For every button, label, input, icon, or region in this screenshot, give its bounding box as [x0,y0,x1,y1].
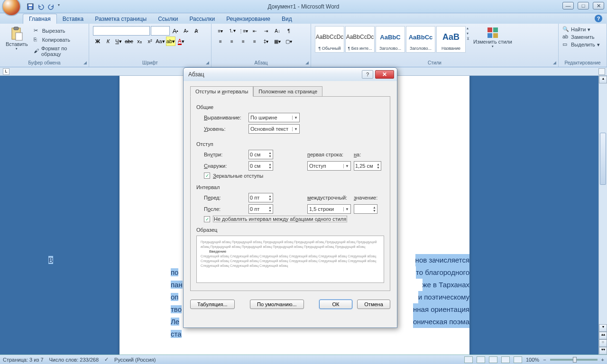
redo-icon[interactable] [47,3,55,10]
font-color-icon[interactable]: A▾ [176,36,186,46]
dialog-tab-indents[interactable]: Отступы и интервалы [190,86,253,97]
style-no-spacing[interactable]: AaBbCcDc¶ Без инте... [345,26,375,53]
italic-icon[interactable]: К [103,36,113,46]
save-icon[interactable] [27,3,34,10]
styles-expand-icon[interactable]: ⊻ [467,36,469,41]
maximize-button[interactable]: □ [578,2,589,9]
zoom-out-icon[interactable]: − [543,357,546,363]
zoom-label[interactable]: 100% [526,357,539,363]
clear-format-icon[interactable]: A̷ [192,26,201,36]
inside-indent-input[interactable]: 0 см▲▼ [248,150,273,159]
spinner-up-icon[interactable]: ▲ [268,163,272,166]
browse-object-icon[interactable]: ○ [599,339,607,347]
status-language[interactable]: Русский (Россия) [114,357,156,363]
dialog-title-bar[interactable]: Абзац ? ✕ [184,68,397,81]
font-launcher-icon[interactable]: ◢ [204,60,210,66]
styles-scroll-down-icon[interactable]: ▾ [467,31,469,36]
tabs-button[interactable]: Табуляция... [190,300,235,309]
before-spacing-input[interactable]: 0 пт▲▼ [248,193,273,202]
shrink-font-icon[interactable]: A▾ [181,26,191,36]
tab-view[interactable]: Вид [276,14,298,24]
align-left-icon[interactable]: ≡ [215,36,226,46]
zoom-handle[interactable] [573,357,577,363]
paragraph-launcher-icon[interactable]: ◢ [304,60,310,66]
numbering-icon[interactable]: ⒈▾ [227,26,237,36]
strike-icon[interactable]: abc [124,36,134,46]
dialog-close-button[interactable]: ✕ [375,70,394,79]
spinner-down-icon[interactable]: ▼ [268,209,272,212]
spinner-down-icon[interactable]: ▼ [268,198,272,201]
outline-view-icon[interactable] [501,356,510,363]
no-space-checkbox[interactable] [204,216,210,222]
spinner-up-icon[interactable]: ▲ [377,163,380,166]
format-painter-button[interactable]: 🖌Формат по образцу [33,45,84,57]
align-right-icon[interactable]: ≡ [238,36,248,46]
ruler-toggle-icon[interactable] [598,68,605,75]
highlight-icon[interactable]: ab▾ [166,36,175,46]
styles-scroll-up-icon[interactable]: ▴ [467,26,469,30]
change-case-icon[interactable]: Aa▾ [156,36,165,46]
underline-icon[interactable]: Ч▾ [114,36,123,46]
spinner-down-icon[interactable]: ▼ [268,166,272,169]
default-button[interactable]: По умолчанию... [250,300,304,309]
prev-page-icon[interactable]: ▴▴ [599,332,607,339]
spinner-down-icon[interactable]: ▼ [377,166,380,169]
close-button[interactable]: ✕ [593,2,604,9]
change-styles-button[interactable]: Изменить стили ▾ [470,25,515,59]
status-page[interactable]: Страница: 3 из 7 [3,357,44,363]
spinner-down-icon[interactable]: ▼ [268,155,272,158]
spinner-up-icon[interactable]: ▲ [268,151,272,155]
sort-icon[interactable]: A↓ [272,26,283,36]
print-layout-view-icon[interactable] [464,356,473,363]
zoom-in-icon[interactable]: + [601,357,604,363]
shading-icon[interactable]: ▦▾ [272,36,283,46]
indent-icon[interactable]: ⇥ [261,26,271,36]
style-title[interactable]: AaBНазвание [436,26,466,53]
bullets-icon[interactable]: ≡▾ [215,26,226,36]
tab-references[interactable]: Ссылки [152,14,184,24]
bold-icon[interactable]: Ж [93,36,102,46]
scroll-down-icon[interactable]: ▾ [599,324,607,332]
justify-icon[interactable]: ≡ [249,36,260,46]
draft-view-icon[interactable] [514,356,522,363]
next-page-icon[interactable]: ▾▾ [599,347,607,355]
dialog-help-button[interactable]: ? [362,70,373,79]
superscript-icon[interactable]: x² [145,36,155,46]
firstline-select[interactable]: Отступ▼ [307,161,351,171]
spinner-up-icon[interactable]: ▲ [268,206,272,209]
spinner-up-icon[interactable]: ▲ [268,194,272,198]
replace-button[interactable]: abЗаменить [562,34,603,40]
minimize-button[interactable]: — [562,2,574,9]
cancel-button[interactable]: Отмена [357,300,390,309]
cut-button[interactable]: ✂Вырезать [33,27,84,35]
spellcheck-icon[interactable]: ✓ [104,356,109,363]
outside-indent-input[interactable]: 0 см▲▼ [248,161,273,171]
firstline-by-input[interactable]: 1,25 см▲▼ [354,161,381,171]
pilcrow-icon[interactable]: ¶ [284,26,294,36]
style-heading1[interactable]: AaBbCЗаголово... [376,26,405,53]
clipboard-launcher-icon[interactable]: ◢ [82,60,88,66]
style-normal[interactable]: AaBbCcDc¶ Обычный [315,26,344,53]
ok-button[interactable]: ОК [319,300,352,309]
copy-button[interactable]: ⎘Копировать [33,36,84,44]
qat-dropdown-icon[interactable]: ▾ [58,3,63,10]
web-view-icon[interactable] [489,356,497,363]
paste-button[interactable]: Вставить ▾ [3,25,31,59]
scroll-thumb[interactable] [600,133,606,185]
font-size-input[interactable] [151,26,170,36]
font-name-input[interactable] [93,26,150,36]
borders-icon[interactable]: ▢▾ [284,36,294,46]
subscript-icon[interactable]: x₂ [135,36,144,46]
select-button[interactable]: ▭Выделить ▾ [562,41,603,48]
dialog-tab-position[interactable]: Положение на странице [253,86,322,97]
outdent-icon[interactable]: ⇤ [249,26,260,36]
status-words[interactable]: Число слов: 233/268 [49,357,99,363]
style-heading2[interactable]: AaBbCcЗаголово... [406,26,435,53]
zoom-slider[interactable] [550,359,598,361]
reading-view-icon[interactable] [477,356,485,363]
alignment-select[interactable]: По ширине▼ [248,113,300,122]
tab-home[interactable]: Главная [23,14,57,24]
tab-layout[interactable]: Разметка страницы [89,14,152,24]
after-spacing-input[interactable]: 0 пт▲▼ [248,204,273,214]
tab-mailings[interactable]: Рассылки [184,14,221,24]
